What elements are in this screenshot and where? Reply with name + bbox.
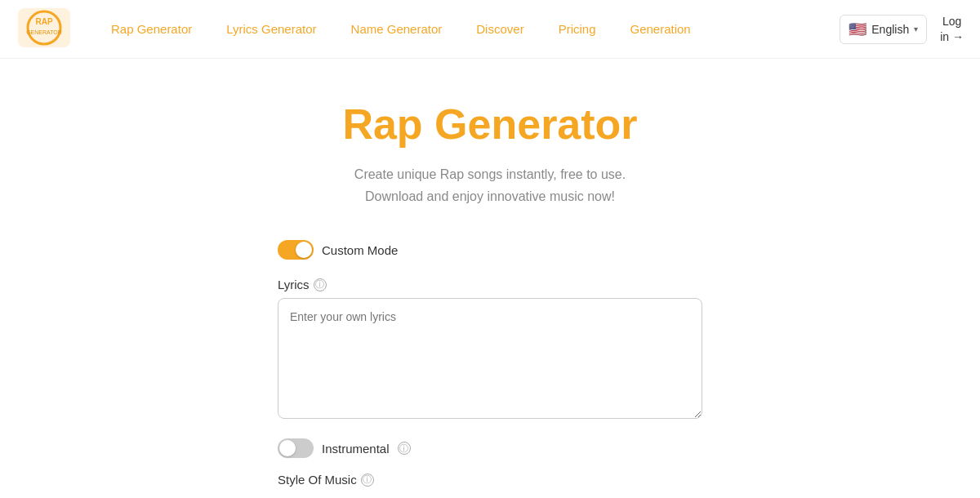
instrumental-toggle[interactable] (278, 438, 314, 458)
custom-mode-toggle[interactable] (278, 240, 314, 260)
lyrics-info-icon[interactable]: ⓘ (314, 278, 327, 291)
main-content: Rap Generator Create unique Rap songs in… (0, 59, 980, 498)
nav-generation[interactable]: Generation (616, 16, 706, 42)
logo[interactable]: RAP GENERATOR (16, 7, 72, 52)
chevron-down-icon: ▾ (914, 24, 918, 33)
lyrics-label: Lyrics ⓘ (278, 278, 702, 291)
nav-discover[interactable]: Discover (461, 16, 538, 42)
nav-rap-generator[interactable]: Rap Generator (96, 16, 207, 42)
subtitle: Create unique Rap songs instantly, free … (354, 163, 626, 207)
svg-text:RAP: RAP (35, 17, 52, 26)
svg-rect-0 (18, 8, 70, 47)
lyrics-textarea[interactable] (278, 298, 702, 419)
language-label: English (871, 23, 909, 36)
instrumental-row: Instrumental ⓘ (278, 438, 702, 458)
navbar: RAP GENERATOR Rap Generator Lyrics Gener… (0, 0, 980, 59)
custom-mode-label: Custom Mode (322, 243, 398, 257)
nav-links: Rap Generator Lyrics Generator Name Gene… (96, 16, 840, 42)
form-section: Custom Mode Lyrics ⓘ Instrumental ⓘ Styl… (278, 240, 702, 487)
login-button[interactable]: Login → (940, 14, 964, 43)
language-selector[interactable]: 🇺🇸 English ▾ (840, 15, 927, 44)
svg-text:GENERATOR: GENERATOR (26, 29, 62, 35)
nav-name-generator[interactable]: Name Generator (336, 16, 457, 42)
style-info-icon[interactable]: ⓘ (361, 474, 374, 487)
instrumental-info-icon[interactable]: ⓘ (398, 442, 411, 455)
custom-mode-row: Custom Mode (278, 240, 702, 260)
nav-lyrics-generator[interactable]: Lyrics Generator (212, 16, 331, 42)
instrumental-label: Instrumental (322, 442, 390, 456)
flag-icon: 🇺🇸 (849, 20, 866, 38)
style-of-music-label: Style Of Music ⓘ (278, 473, 702, 487)
nav-pricing[interactable]: Pricing (544, 16, 611, 42)
page-title: Rap Generator (342, 100, 637, 149)
